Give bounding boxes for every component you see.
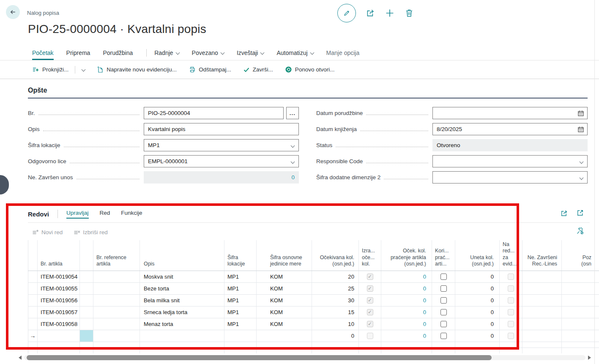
uom-cell[interactable] — [257, 330, 312, 342]
expected-cell[interactable]: 10 — [312, 318, 359, 330]
col-expected[interactable]: Očekivana kol. (osn.jed.) — [312, 240, 359, 271]
desc-cell[interactable]: Srneca ledja torta — [140, 306, 224, 318]
col-uom[interactable]: Šifra osnovne jedinice mere — [257, 240, 312, 271]
col-loc[interactable]: Šifra lokacije — [224, 240, 257, 271]
expected-cell[interactable]: 30 — [312, 294, 359, 306]
use-checkbox-cell[interactable] — [432, 306, 455, 318]
delete-line-button[interactable]: Izbriši red — [74, 229, 108, 235]
datum-porudzbine-input[interactable] — [432, 107, 588, 119]
side-panel-handle[interactable] — [0, 175, 9, 194]
track-cell[interactable]: 0 — [381, 330, 432, 342]
scrollbar-track[interactable] — [24, 355, 585, 360]
checkbox-unchecked[interactable] — [440, 321, 447, 327]
table-row[interactable]: ITEM-0019057 Srneca ledja torta MP1 KOM … — [28, 306, 599, 318]
tab-povezano[interactable]: Povezano — [192, 46, 224, 60]
odgovorno-lice-select[interactable]: EMPL-0000001 — [144, 155, 299, 167]
entered-cell[interactable]: 0 — [455, 294, 500, 306]
desc-cell[interactable]: Menaz torta — [140, 318, 224, 330]
use-checkbox-cell[interactable] — [432, 282, 455, 294]
tab-radnje[interactable]: Radnje — [154, 46, 179, 60]
uom-cell[interactable]: KOM — [257, 271, 312, 282]
ref-cell[interactable] — [93, 318, 140, 330]
tab-izvestaji[interactable]: Izveštaji — [237, 46, 264, 60]
assist-cell[interactable] — [80, 318, 93, 330]
col-onrec[interactable]: Na red... za evid... — [500, 240, 522, 271]
col-use[interactable]: Kori... prać... arti... — [432, 240, 455, 271]
use-checkbox-cell[interactable] — [432, 330, 455, 342]
reopen-action[interactable]: Ponovo otvori... — [285, 66, 335, 73]
item-cell[interactable]: ITEM-0019056 — [38, 294, 80, 306]
track-cell[interactable]: 0 — [381, 318, 432, 330]
opis-input[interactable]: Kvartalni popis — [144, 123, 299, 135]
ref-cell[interactable] — [93, 294, 140, 306]
ref-cell[interactable] — [93, 306, 140, 318]
entered-cell[interactable]: 0 — [455, 318, 500, 330]
col-track[interactable]: Oček. kol. praćenje artikla (osn.jed.) — [381, 240, 432, 271]
col-entered[interactable]: Uneta kol. (osn.jed.) — [455, 240, 500, 271]
loc-cell[interactable]: MP1 — [224, 271, 257, 282]
use-checkbox-cell[interactable] — [432, 318, 455, 330]
datum-knjizenja-input[interactable]: 8/20/2025 — [432, 123, 588, 135]
col-desc[interactable]: Opis — [140, 240, 224, 271]
calendar-icon[interactable] — [577, 110, 584, 117]
checkbox-unchecked[interactable] — [440, 309, 447, 315]
table-row[interactable]: ITEM-0019054 Moskva snit MP1 KOM 20 0 0 — [28, 271, 599, 282]
sifra-dodatne-dimenzije-select[interactable] — [432, 171, 588, 183]
scroll-left-arrow[interactable] — [19, 356, 22, 360]
selected-cell[interactable] — [80, 330, 93, 342]
item-cell[interactable]: ITEM-0019054 — [38, 271, 80, 282]
loc-cell[interactable]: MP1 — [224, 294, 257, 306]
ref-cell[interactable] — [93, 330, 140, 342]
tab-priprema[interactable]: Priprema — [66, 46, 90, 60]
expected-cell[interactable]: 25 — [312, 282, 359, 294]
ref-cell[interactable] — [93, 282, 140, 294]
new-line-row[interactable]: → 0 0 0 — [28, 330, 599, 342]
assist-cell[interactable] — [80, 306, 93, 318]
desc-cell[interactable]: Moskva snit — [140, 271, 224, 282]
assist-cell[interactable] — [80, 294, 93, 306]
expected-cell[interactable]: 15 — [312, 306, 359, 318]
track-cell[interactable]: 0 — [381, 282, 432, 294]
ref-cell[interactable] — [93, 271, 140, 282]
use-checkbox-cell[interactable] — [432, 294, 455, 306]
uom-cell[interactable]: KOM — [257, 318, 312, 330]
lines-menu-funkcije[interactable]: Funkcije — [121, 210, 142, 219]
chevron-down-icon[interactable] — [82, 68, 85, 71]
checkbox-unchecked[interactable] — [440, 333, 447, 339]
loc-cell[interactable]: MP1 — [224, 318, 257, 330]
back-button[interactable] — [6, 5, 20, 19]
col-item[interactable]: Br. artikla — [38, 240, 80, 271]
new-line-button[interactable]: Novi red — [32, 229, 63, 235]
checkbox-unchecked[interactable] — [440, 285, 447, 292]
entered-cell[interactable]: 0 — [455, 330, 500, 342]
breadcrumb[interactable]: Nalog popisa — [27, 10, 59, 16]
tab-automatizuj[interactable]: Automatizuj — [276, 46, 313, 60]
col-calc[interactable]: Izra... oče... kol. — [359, 240, 381, 271]
edit-button[interactable] — [337, 4, 356, 22]
br-assist-button[interactable]: ... — [286, 107, 299, 119]
horizontal-scrollbar[interactable] — [19, 355, 591, 361]
loc-cell[interactable] — [224, 330, 257, 342]
item-cell[interactable]: ITEM-0019057 — [38, 306, 80, 318]
desc-cell[interactable]: Bela milka snit — [140, 294, 224, 306]
responsible-code-select[interactable] — [432, 155, 588, 167]
uom-cell[interactable]: KOM — [257, 282, 312, 294]
tab-pocetak[interactable]: Početak — [32, 46, 54, 60]
general-section-title[interactable]: Opšte — [28, 87, 47, 94]
checkbox-unchecked[interactable] — [440, 297, 447, 304]
entered-cell[interactable]: 0 — [455, 306, 500, 318]
table-row[interactable]: ITEM-0019058 Menaz torta MP1 KOM 10 0 0 — [28, 318, 599, 330]
assist-cell[interactable] — [80, 282, 93, 294]
loc-cell[interactable]: MP1 — [224, 282, 257, 294]
post-action[interactable]: Proknjiži... — [32, 66, 85, 74]
item-cell[interactable]: ITEM-0019055 — [38, 282, 80, 294]
finish-action[interactable]: Završi... — [243, 66, 273, 73]
new-button[interactable] — [385, 8, 395, 18]
col-rec-lines[interactable]: Ne. Završeni Rec.-Lines — [522, 240, 562, 271]
track-cell[interactable]: 0 — [381, 294, 432, 306]
checkbox-unchecked[interactable] — [440, 274, 447, 280]
calendar-icon[interactable] — [577, 126, 584, 133]
track-cell[interactable]: 0 — [381, 271, 432, 282]
table-row[interactable]: ITEM-0019056 Bela milka snit MP1 KOM 30 … — [28, 294, 599, 306]
tab-porudzbina[interactable]: Porudžbina — [103, 46, 133, 60]
